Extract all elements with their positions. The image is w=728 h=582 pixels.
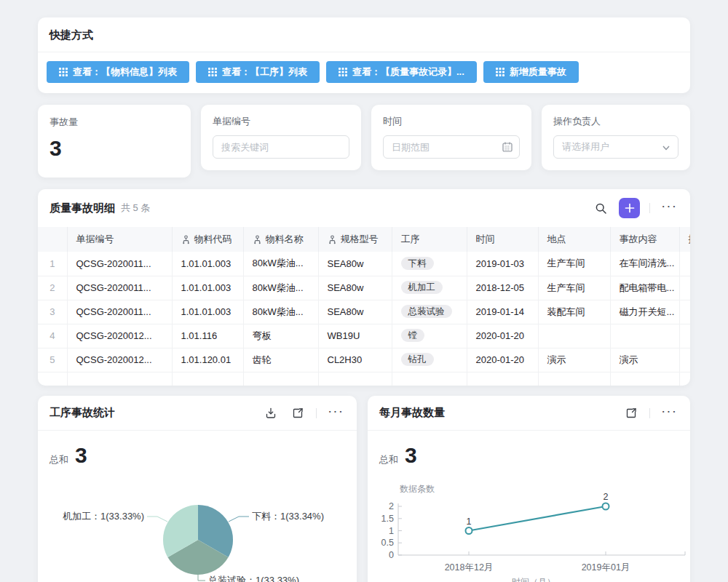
line-more-menu-button[interactable]: ··· xyxy=(660,406,678,420)
search-button[interactable] xyxy=(592,199,609,217)
date-range-input[interactable] xyxy=(383,135,520,159)
col-operator: 操作负责人 xyxy=(679,227,690,252)
data-label: 2 xyxy=(604,492,609,502)
table-row[interactable]: 2 QCSG-2020011... 1.01.01.003 80kW柴油... … xyxy=(38,276,690,300)
search-icon xyxy=(595,202,607,215)
relation-icon xyxy=(328,235,337,244)
process-tag: 总装试验 xyxy=(401,305,452,318)
table-row[interactable]: 3 QCSG-2020011... 1.01.01.003 80kW柴油... … xyxy=(38,300,690,324)
cell-content xyxy=(610,324,679,348)
line-card-title: 每月事故数量 xyxy=(379,406,445,420)
apps-grid-icon xyxy=(339,68,347,76)
apps-grid-icon xyxy=(496,68,505,76)
y-tick: 0 xyxy=(389,550,394,560)
divider xyxy=(649,203,650,213)
cell-spec: SEA80w xyxy=(318,300,392,324)
pie-leader-line xyxy=(229,517,249,522)
cell-material-name: 弯板 xyxy=(243,324,318,348)
shortcuts-title: 快捷方式 xyxy=(38,17,690,52)
expand-button[interactable] xyxy=(622,404,640,422)
cell-spec: SEA80w xyxy=(318,276,392,300)
col-spec-model: 规格型号 xyxy=(318,227,392,252)
col-doc-no: 单据编号 xyxy=(67,227,172,252)
pie-label-jijiagong: 机加工：1(33.33%) xyxy=(63,511,144,522)
monthly-incident-count-card: 每月事故数量 ··· 总和 3 数据条数 2 1.5 1 0.5 0 1 2 xyxy=(368,396,690,582)
cell-material-code: 1.01.01.003 xyxy=(172,252,243,276)
cell-spec: WB19U xyxy=(318,324,392,348)
col-place: 地点 xyxy=(538,227,610,252)
cell-material-code: 1.01.116 xyxy=(172,324,243,348)
cell-time: 2020-01-20 xyxy=(467,324,538,348)
shortcut-view-process-list-button[interactable]: 查看：【工序】列表 xyxy=(196,61,320,83)
quality-incident-table-card: 质量事故明细 共 5 条 ··· 单据编号 物料代码 xyxy=(38,189,690,386)
row-number-header xyxy=(38,227,67,252)
cell-process: 总装试验 xyxy=(392,300,467,324)
cell-process: 钻孔 xyxy=(392,348,467,372)
cell-doc-no: QCSG-2020011... xyxy=(67,300,172,324)
cell-doc-no: QCSG-2020011... xyxy=(67,252,172,276)
add-record-button[interactable] xyxy=(619,198,640,218)
cell-material-code: 1.01.01.003 xyxy=(172,276,243,300)
shortcut-add-quality-incident-button[interactable]: 新增质量事故 xyxy=(483,61,579,83)
shortcut-button-label: 查看：【物料信息】列表 xyxy=(73,65,177,79)
table-row-empty xyxy=(38,372,690,386)
cell-process: 下料 xyxy=(392,252,467,276)
row-number: 5 xyxy=(38,348,67,372)
x-axis-title: 时间（月） xyxy=(512,577,555,582)
cell-time: 2019-01-14 xyxy=(467,300,538,324)
shortcut-button-label: 新增质量事故 xyxy=(510,65,566,79)
quality-incident-table: 单据编号 物料代码 物料名称 规格型号 工序 时间 地点 事故内容 操作负责人 xyxy=(38,227,690,386)
user-select-placeholder: 请选择用户 xyxy=(562,136,609,158)
cell-place: 演示 xyxy=(538,348,610,372)
table-row[interactable]: 5 QCSG-2020012... 1.01.120.01 齿轮 CL2H30 … xyxy=(38,348,690,372)
expand-button[interactable] xyxy=(289,404,306,422)
line-total-label: 总和 xyxy=(379,453,398,466)
pie-card-header: 工序事故统计 ··· xyxy=(38,396,357,431)
table-row[interactable]: 1 QCSG-2020011... 1.01.01.003 80kW柴油... … xyxy=(38,252,690,276)
table-header-row: 单据编号 物料代码 物料名称 规格型号 工序 时间 地点 事故内容 操作负责人 xyxy=(38,227,690,252)
cell-process: 镗 xyxy=(392,324,467,348)
divider xyxy=(316,408,317,418)
cell-content: 演示 xyxy=(610,348,679,372)
cell-content: 在车间清洗... xyxy=(610,252,679,276)
doc-no-search-input[interactable] xyxy=(213,135,349,159)
cell-material-name: 80kW柴油... xyxy=(243,252,318,276)
cell-material-code: 1.01.120.01 xyxy=(172,348,243,372)
cell-operator xyxy=(679,300,690,324)
cell-material-name: 80kW柴油... xyxy=(243,276,318,300)
table-title: 质量事故明细 xyxy=(50,202,115,215)
avatar xyxy=(690,352,691,368)
cell-material-name: 齿轮 xyxy=(243,348,318,372)
pie-card-title: 工序事故统计 xyxy=(50,406,115,420)
shortcut-view-material-list-button[interactable]: 查看：【物料信息】列表 xyxy=(47,61,189,83)
cell-time: 2020-01-20 xyxy=(467,348,538,372)
cell-content: 配电箱带电... xyxy=(610,276,679,300)
operator-label: 操作负责人 xyxy=(553,115,678,128)
cell-material-name: 80kW柴油... xyxy=(243,300,318,324)
table-row[interactable]: 4 QCSG-2020012... 1.01.116 弯板 WB19U 镗 20… xyxy=(38,324,690,348)
avatar xyxy=(690,255,691,271)
table-more-menu-button[interactable]: ··· xyxy=(660,201,678,215)
cell-place xyxy=(538,324,610,348)
expand-icon xyxy=(625,407,637,419)
cell-doc-no: QCSG-2020012... xyxy=(67,348,172,372)
shortcuts-button-row: 查看：【物料信息】列表 查看：【工序】列表 查看：【质量事故记录】... 新增质… xyxy=(38,52,690,92)
export-button[interactable] xyxy=(262,404,280,422)
col-content: 事故内容 xyxy=(610,227,679,252)
time-filter-card: 时间 xyxy=(371,105,531,170)
cell-doc-no: QCSG-2020012... xyxy=(67,324,172,348)
pie-more-menu-button[interactable]: ··· xyxy=(326,406,345,420)
shortcut-view-quality-records-button[interactable]: 查看：【质量事故记录】... xyxy=(326,61,477,83)
incident-count-value: 3 xyxy=(50,136,179,161)
doc-no-filter-card: 单据编号 xyxy=(201,105,361,170)
col-material-code: 物料代码 xyxy=(172,227,243,252)
process-tag: 机加工 xyxy=(401,281,443,294)
cell-place: 装配车间 xyxy=(538,300,610,324)
time-label: 时间 xyxy=(383,115,520,128)
doc-no-label: 单据编号 xyxy=(213,115,349,128)
apps-grid-icon xyxy=(208,68,217,76)
cell-material-code: 1.01.01.003 xyxy=(172,300,243,324)
relation-icon xyxy=(253,235,262,244)
incident-count-label: 事故量 xyxy=(50,116,179,129)
relation-icon xyxy=(181,235,191,244)
